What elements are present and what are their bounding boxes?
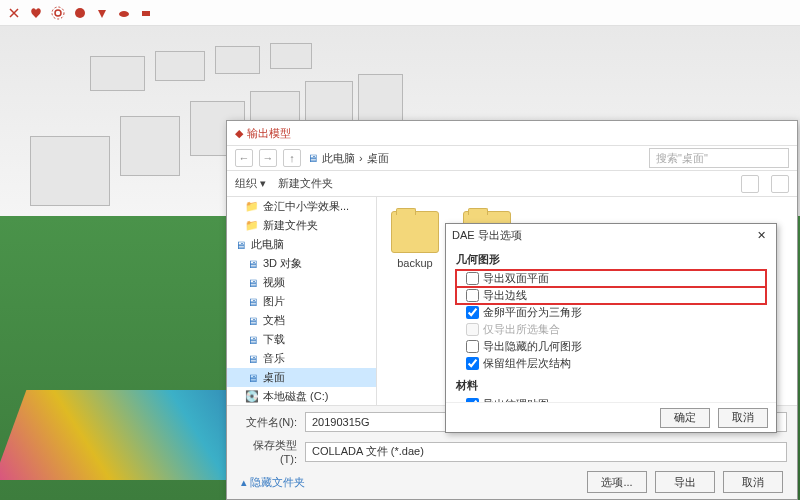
search-input[interactable]: 搜索"桌面" <box>649 148 789 168</box>
dialog-title-bar: ◆ 输出模型 <box>227 121 797 145</box>
tree-item[interactable]: 🖥下载 <box>227 330 376 349</box>
svg-point-3 <box>119 11 129 17</box>
pc-icon: 🖥 <box>245 257 259 271</box>
file-item-label: backup <box>397 257 432 269</box>
up-button[interactable]: ↑ <box>283 149 301 167</box>
main-toolbar <box>0 0 800 26</box>
tree-item-label: 下载 <box>263 332 285 347</box>
ruby-icon[interactable] <box>138 5 154 21</box>
opt-hierarchy[interactable]: 保留组件层次结构 <box>456 355 766 372</box>
type-field[interactable]: COLLADA 文件 (*.dae) <box>305 442 787 462</box>
disk-icon: 💽 <box>245 390 259 404</box>
pc-icon: 🖥 <box>233 238 247 252</box>
tree-item-label: 此电脑 <box>251 237 284 252</box>
svg-rect-4 <box>142 11 150 16</box>
pc-icon: 🖥 <box>245 352 259 366</box>
tree-item[interactable]: 🖥音乐 <box>227 349 376 368</box>
tree-item[interactable]: 💽本地磁盘 (C:) <box>227 387 376 405</box>
back-button[interactable]: ← <box>235 149 253 167</box>
tree-item[interactable]: 🖥图片 <box>227 292 376 311</box>
cancel-button[interactable]: 取消 <box>723 471 783 493</box>
tree-item-label: 3D 对象 <box>263 256 302 271</box>
scissors-icon[interactable] <box>6 5 22 21</box>
filename-label: 文件名(N): <box>237 415 297 430</box>
svg-point-0 <box>55 10 61 16</box>
tree-item-label: 桌面 <box>263 370 285 385</box>
tree-item-label: 文档 <box>263 313 285 328</box>
tree-item[interactable]: 🖥3D 对象 <box>227 254 376 273</box>
pc-icon: 🖥 <box>245 276 259 290</box>
svg-point-1 <box>52 7 64 19</box>
tree-item[interactable]: 🖥此电脑 <box>227 235 376 254</box>
help-button[interactable] <box>771 175 789 193</box>
dialog-title: 输出模型 <box>247 126 291 141</box>
heart-icon[interactable] <box>28 5 44 21</box>
opt-selection-only: 仅导出所选集合 <box>456 321 766 338</box>
tree-item-label: 本地磁盘 (C:) <box>263 389 328 404</box>
tree-item[interactable]: 🖥视频 <box>227 273 376 292</box>
tree-item-label: 音乐 <box>263 351 285 366</box>
section-material: 材料 <box>456 378 766 393</box>
folder-icon: 📁 <box>245 200 259 214</box>
type-label: 保存类型(T): <box>237 438 297 465</box>
tree-item-label: 视频 <box>263 275 285 290</box>
folder-tree[interactable]: 📁金汇中小学效果...📁新建文件夹🖥此电脑🖥3D 对象🖥视频🖥图片🖥文档🖥下载🖥… <box>227 197 377 405</box>
file-item[interactable]: backup <box>391 211 439 269</box>
tree-item-label: 新建文件夹 <box>263 218 318 233</box>
options-button[interactable]: 选项... <box>587 471 647 493</box>
organize-button[interactable]: 组织 ▾ <box>235 176 266 191</box>
pc-icon: 🖥 <box>245 314 259 328</box>
tree-item[interactable]: 🖥桌面 <box>227 368 376 387</box>
pc-icon: 🖥 <box>245 295 259 309</box>
pc-icon: 🖥 <box>307 152 318 164</box>
tree-item-label: 图片 <box>263 294 285 309</box>
opt-triangulate[interactable]: 金卵平面分为三角形 <box>456 304 766 321</box>
tree-item[interactable]: 📁新建文件夹 <box>227 216 376 235</box>
cog-icon[interactable] <box>50 5 66 21</box>
options-title-bar: DAE 导出选项 ✕ <box>446 224 776 246</box>
cloud-icon[interactable] <box>116 5 132 21</box>
tree-item[interactable]: 🖥文档 <box>227 311 376 330</box>
forward-button[interactable]: → <box>259 149 277 167</box>
dae-options-dialog: DAE 导出选项 ✕ 几何图形 导出双面平面 导出边线 金卵平面分为三角形 仅导… <box>445 223 777 433</box>
opt-edges[interactable]: 导出边线 <box>456 287 766 304</box>
tree-item-label: 金汇中小学效果... <box>263 199 349 214</box>
app-icon: ◆ <box>235 127 243 140</box>
dialog-nav: ← → ↑ 🖥 此电脑 › 桌面 搜索"桌面" <box>227 145 797 171</box>
close-icon[interactable]: ✕ <box>752 226 770 244</box>
svg-point-2 <box>75 8 85 18</box>
folder-icon <box>391 211 439 253</box>
view-mode-button[interactable] <box>741 175 759 193</box>
options-title: DAE 导出选项 <box>452 228 522 243</box>
hide-folders-link[interactable]: ▴ 隐藏文件夹 <box>237 475 305 490</box>
ok-button[interactable]: 确定 <box>660 408 710 428</box>
tree-item[interactable]: 📁金汇中小学效果... <box>227 197 376 216</box>
pc-icon: 🖥 <box>245 333 259 347</box>
opt-hidden-geom[interactable]: 导出隐藏的几何图形 <box>456 338 766 355</box>
export-button[interactable]: 导出 <box>655 471 715 493</box>
breadcrumb[interactable]: 🖥 此电脑 › 桌面 <box>307 151 643 166</box>
section-geometry: 几何图形 <box>456 252 766 267</box>
pc-icon: 🖥 <box>245 371 259 385</box>
dialog-toolbar: 组织 ▾ 新建文件夹 <box>227 171 797 197</box>
new-folder-button[interactable]: 新建文件夹 <box>278 176 333 191</box>
opt-two-sided[interactable]: 导出双面平面 <box>456 270 766 287</box>
earth-icon[interactable] <box>72 5 88 21</box>
folder-icon: 📁 <box>245 219 259 233</box>
opts-cancel-button[interactable]: 取消 <box>718 408 768 428</box>
gem-icon[interactable] <box>94 5 110 21</box>
